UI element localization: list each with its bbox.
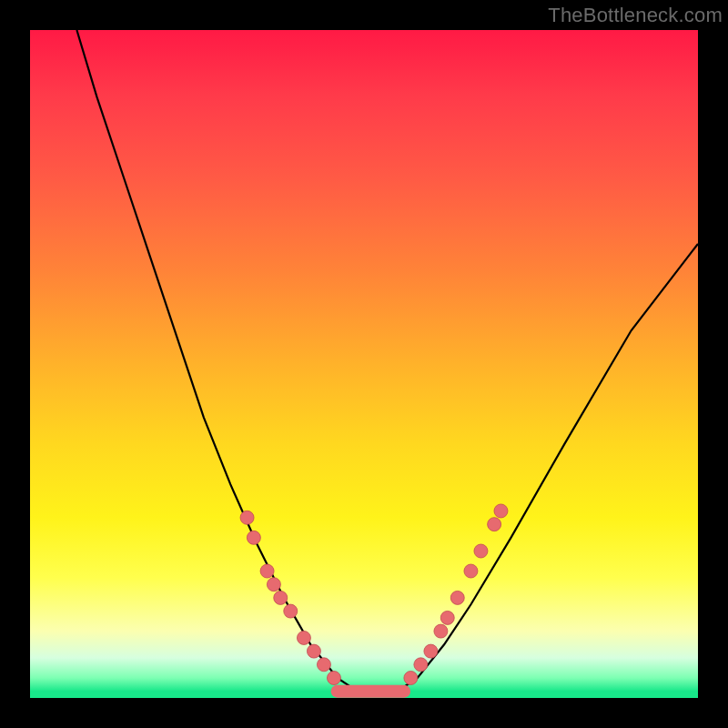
watermark-text: TheBottleneck.com [548, 4, 723, 27]
curve-dot [297, 631, 310, 644]
curve-dot [440, 611, 454, 624]
bottleneck-curve-svg [30, 30, 698, 698]
curve-dots-left [240, 511, 340, 684]
bottleneck-curve [76, 30, 698, 692]
curve-dot [424, 644, 438, 658]
curve-dot [327, 671, 340, 684]
curve-dots-right [404, 504, 508, 685]
curve-dot [317, 658, 330, 672]
chart-plot-area [30, 30, 698, 698]
curve-dot [450, 591, 464, 604]
curve-dot [488, 518, 501, 531]
chart-frame: TheBottleneck.com [0, 0, 728, 728]
curve-dot [414, 658, 428, 672]
curve-dot [240, 511, 254, 524]
curve-dot [274, 591, 288, 604]
curve-dot [494, 504, 508, 518]
curve-dot [284, 604, 298, 618]
curve-dot [404, 671, 418, 684]
curve-dot [464, 564, 478, 578]
curve-dot [474, 544, 488, 558]
curve-dot [434, 624, 448, 638]
curve-dot [307, 644, 320, 658]
curve-dot [247, 531, 260, 544]
curve-dot [260, 564, 274, 578]
curve-dot [267, 578, 280, 592]
